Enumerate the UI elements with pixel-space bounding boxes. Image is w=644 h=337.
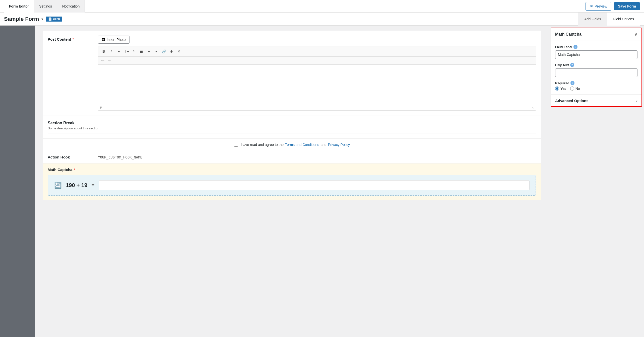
collapse-icon[interactable]: ∨: [634, 32, 637, 37]
photo-icon: 🖼: [102, 38, 105, 42]
field-label-help-icon[interactable]: ?: [573, 45, 577, 49]
form-title-left: Sample Form ▾ 📄 #128: [4, 16, 62, 22]
terms-conditions-link[interactable]: Terms and Conditions: [285, 143, 319, 147]
editor-undo-row: ↩ ↪: [98, 57, 536, 65]
bold-button[interactable]: B: [100, 48, 107, 55]
editor-body[interactable]: [98, 65, 536, 105]
field-options-header: Math Captcha ∨: [551, 28, 641, 41]
section-break-desc: Some description about this section: [48, 126, 536, 130]
top-bar: Form Editor Settings Notification 👁 Prev…: [0, 0, 644, 13]
math-captcha-label: Math Captcha: [48, 167, 72, 172]
advanced-options-row[interactable]: Advanced Options ›: [551, 95, 641, 106]
post-content-field-col: 🖼 Insert Photo B I ≡ ⋮≡ ❝ ☰ ≡ ≡: [98, 36, 536, 111]
form-title-bar: Sample Form ▾ 📄 #128 Add Fields Field Op…: [0, 13, 644, 26]
math-captcha-required-star: *: [74, 168, 75, 172]
action-hook-value: YOUR_CUSTOM_HOOK_NAME: [98, 155, 142, 159]
math-answer-input[interactable]: [99, 180, 530, 190]
advanced-options-label: Advanced Options: [555, 99, 589, 103]
rich-editor: B I ≡ ⋮≡ ❝ ☰ ≡ ≡ 🔗 ⊗ ✕: [98, 46, 536, 111]
unlink-button[interactable]: ⊗: [168, 48, 175, 55]
align-right-button[interactable]: ≡: [153, 48, 160, 55]
main-layout: Post Content * 🖼 Insert Photo B I ≡ ⋮≡: [0, 26, 644, 337]
required-label: Required ?: [555, 81, 637, 85]
form-title: Sample Form: [4, 16, 39, 22]
tab-form-editor[interactable]: Form Editor: [4, 0, 34, 13]
math-captcha-row: Math Captcha * 🔄 190 + 19 =: [43, 163, 541, 200]
terms-row: I have read and agree to the Terms and C…: [43, 139, 541, 151]
editor-footer: P ⤡: [98, 105, 536, 110]
italic-button[interactable]: I: [108, 48, 115, 55]
align-left-button[interactable]: ☰: [138, 48, 145, 55]
required-options: Yes No: [555, 87, 637, 91]
post-content-label: Post Content: [48, 37, 71, 41]
document-icon: 📄: [48, 17, 52, 21]
section-break-row: Section Break Some description about thi…: [43, 116, 541, 139]
terms-label[interactable]: I have read and agree to the Terms and C…: [234, 143, 350, 147]
tab-notification[interactable]: Notification: [57, 0, 85, 13]
top-bar-tabs: Form Editor Settings Notification: [4, 0, 85, 13]
fullscreen-button[interactable]: ✕: [175, 48, 182, 55]
section-break-title: Section Break: [48, 121, 536, 125]
math-equals: =: [91, 182, 95, 189]
field-label-label: Field Label ?: [555, 45, 637, 49]
save-form-button[interactable]: Save Form: [614, 2, 640, 10]
form-area: Post Content * 🖼 Insert Photo B I ≡ ⋮≡: [35, 26, 549, 337]
field-options-tab[interactable]: Field Options: [607, 13, 640, 26]
top-bar-actions: 👁 Preview Save Form: [586, 2, 640, 11]
help-text-input[interactable]: [555, 68, 637, 77]
math-equation: 190 + 19: [66, 182, 87, 189]
form-section: Post Content * 🖼 Insert Photo B I ≡ ⋮≡: [43, 31, 541, 200]
help-text-help-icon[interactable]: ?: [570, 63, 574, 67]
math-captcha-widget: 🔄 190 + 19 =: [48, 175, 536, 196]
post-content-label-col: Post Content *: [48, 36, 98, 41]
required-no-radio[interactable]: [570, 87, 574, 91]
field-label-section: Field Label ?: [551, 41, 641, 63]
chevron-right-icon: ›: [636, 98, 637, 103]
terms-checkbox[interactable]: [234, 143, 238, 147]
blockquote-button[interactable]: ❝: [130, 48, 137, 55]
redo-button[interactable]: ↪: [106, 58, 112, 63]
align-center-button[interactable]: ≡: [145, 48, 152, 55]
section-break-line: [48, 133, 536, 133]
form-title-dropdown[interactable]: ▾: [41, 17, 43, 21]
tab-settings[interactable]: Settings: [34, 0, 57, 13]
required-yes-option[interactable]: Yes: [555, 87, 566, 91]
refresh-icon[interactable]: 🔄: [54, 182, 62, 189]
help-text-label: Help text ?: [555, 63, 637, 67]
required-no-option[interactable]: No: [570, 87, 580, 91]
required-help-icon[interactable]: ?: [570, 81, 574, 85]
privacy-policy-link[interactable]: Privacy Policy: [328, 143, 350, 147]
insert-photo-button[interactable]: 🖼 Insert Photo: [98, 36, 130, 44]
action-hook-row: Action Hook YOUR_CUSTOM_HOOK_NAME: [43, 151, 541, 163]
ordered-list-button[interactable]: ⋮≡: [123, 48, 130, 55]
link-button[interactable]: 🔗: [160, 48, 167, 55]
add-fields-tab[interactable]: Add Fields: [578, 13, 607, 26]
post-content-required-star: *: [73, 37, 74, 41]
undo-button[interactable]: ↩: [100, 58, 105, 63]
math-captcha-label-row: Math Captcha *: [48, 167, 536, 172]
eye-icon: 👁: [590, 4, 593, 8]
editor-toolbar: B I ≡ ⋮≡ ❝ ☰ ≡ ≡ 🔗 ⊗ ✕: [98, 46, 536, 57]
panel-tabs: Add Fields Field Options: [578, 13, 640, 26]
action-hook-label: Action Hook: [48, 155, 98, 159]
field-label-input[interactable]: [555, 50, 637, 59]
field-options-title: Math Captcha: [555, 32, 582, 37]
post-content-row: Post Content * 🖼 Insert Photo B I ≡ ⋮≡: [43, 31, 541, 116]
left-sidebar: [0, 26, 35, 337]
required-section: Required ? Yes No: [551, 81, 641, 95]
required-yes-radio[interactable]: [555, 87, 559, 91]
preview-button[interactable]: 👁 Preview: [586, 2, 612, 11]
form-id-badge: 📄 #128: [46, 17, 62, 22]
field-options-panel: Math Captcha ∨ Field Label ? Help text ?: [551, 28, 642, 107]
unordered-list-button[interactable]: ≡: [115, 48, 122, 55]
right-panel: Math Captcha ∨ Field Label ? Help text ?: [549, 26, 644, 337]
help-text-section: Help text ?: [551, 63, 641, 81]
resize-handle[interactable]: ⤡: [532, 106, 534, 109]
